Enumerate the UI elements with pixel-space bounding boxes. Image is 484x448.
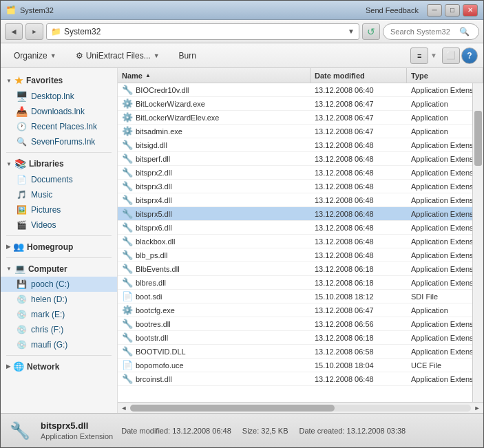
search-input[interactable]	[390, 28, 459, 36]
favorites-label: Favorites	[26, 76, 63, 85]
file-row[interactable]: 🔧bitsprx5.dll13.12.2008 06:48Application…	[118, 207, 472, 221]
help-button[interactable]: ?	[461, 47, 478, 64]
address-field[interactable]: 📁 System32 ▼	[46, 23, 359, 40]
sidebar-item-recent-places[interactable]: 🕐 Recent Places.lnk	[1, 119, 117, 134]
file-row[interactable]: 🔧bitsprx4.dll13.12.2008 06:48Application…	[118, 193, 472, 207]
refresh-button[interactable]: ↺	[362, 23, 380, 40]
file-type-icon: ⚙️	[122, 126, 133, 137]
network-collapse-icon: ▶	[6, 363, 10, 370]
send-feedback-link[interactable]: Send Feedback	[366, 6, 419, 14]
file-row[interactable]: 🔧blb_ps.dll13.12.2008 06:48Application E…	[118, 248, 472, 262]
file-row[interactable]: ⚙️BitLockerWizardElev.exe13.12.2008 06:4…	[118, 111, 472, 125]
file-name-label: boot.sdi	[136, 292, 162, 301]
file-cell-type: Application Extens.	[407, 169, 472, 177]
hscroll-right-arrow[interactable]: ►	[472, 403, 482, 413]
file-cell-type: Application Extens.	[407, 375, 472, 383]
file-cell-type: SDI File	[407, 292, 472, 301]
file-row[interactable]: 🔧BlbEvents.dll13.12.2008 06:18Applicatio…	[118, 262, 472, 276]
view-toggle-button[interactable]: ≡	[410, 47, 428, 64]
horizontal-scrollbar[interactable]: ◄ ►	[118, 402, 483, 413]
file-row[interactable]: 🔧bitsprx3.dll13.12.2008 06:48Application…	[118, 180, 472, 193]
homegroup-label: Homegroup	[27, 242, 73, 252]
libraries-label: Libraries	[29, 159, 64, 169]
address-dropdown-arrow[interactable]: ▼	[348, 28, 355, 35]
minimize-button[interactable]: ─	[427, 4, 442, 17]
hscroll-track	[130, 405, 471, 412]
forward-button[interactable]: ►	[25, 23, 43, 40]
network-label: Network	[27, 362, 59, 372]
homegroup-section: ▶ 👥 Homegroup	[1, 239, 117, 255]
file-cell-name: ⚙️BitLockerWizardElev.exe	[118, 112, 311, 123]
file-row[interactable]: 🔧brcoinst.dll13.12.2008 06:48Application…	[118, 372, 472, 386]
file-row[interactable]: 🔧blbres.dll13.12.2008 06:18Application E…	[118, 276, 472, 290]
header-date[interactable]: Date modified	[311, 68, 407, 83]
file-row[interactable]: 🔧bitsprx2.dll13.12.2008 06:48Application…	[118, 166, 472, 180]
hscroll-thumb[interactable]	[130, 405, 335, 412]
file-row[interactable]: 🔧bitsprx6.dll13.12.2008 06:48Application…	[118, 221, 472, 235]
file-row[interactable]: 🔧bitsperf.dll13.12.2008 06:48Application…	[118, 152, 472, 166]
file-cell-date: 13.12.2008 06:48	[311, 251, 407, 259]
sidebar-item-pooch[interactable]: 💾 pooch (C:)	[1, 277, 117, 292]
status-bar: 🔧 bitsprx5.dll Application Extension Dat…	[1, 413, 483, 447]
sidebar-item-videos[interactable]: 🎬 Videos	[1, 217, 117, 233]
hscroll-left-arrow[interactable]: ◄	[119, 403, 129, 413]
drive-g-icon: 💿	[16, 339, 27, 350]
file-row[interactable]: 🔧blackbox.dll13.12.2008 06:48Application…	[118, 235, 472, 248]
file-row[interactable]: ⚙️bootcfg.exe13.12.2008 06:47Application	[118, 303, 472, 317]
sidebar-item-documents[interactable]: 📄 Documents	[1, 172, 117, 187]
computer-header[interactable]: ▼ 💻 Computer	[1, 261, 117, 277]
file-cell-date: 13.12.2008 06:18	[311, 279, 407, 287]
file-row[interactable]: ⚙️bitsadmin.exe13.12.2008 06:47Applicati…	[118, 125, 472, 138]
sidebar-item-helen[interactable]: 💿 helen (D:)	[1, 292, 117, 307]
sidebar-item-downloads[interactable]: 📥 Downloads.lnk	[1, 104, 117, 119]
maximize-button[interactable]: □	[445, 4, 460, 17]
file-row[interactable]: ⚙️BitLockerWizard.exe13.12.2008 06:47App…	[118, 97, 472, 111]
view-dropdown-arrow[interactable]: ▼	[430, 52, 437, 59]
file-row[interactable]: 📄bopomofo.uce15.10.2008 18:04UCE File	[118, 359, 472, 372]
downloads-icon: 📥	[16, 106, 27, 117]
status-file-icon: 🔧	[8, 418, 32, 443]
computer-section: ▼ 💻 Computer 💾 pooch (C:) 💿 helen (D:) 💿…	[1, 261, 117, 352]
file-name-label: bitsprx6.dll	[136, 224, 172, 232]
preview-pane-button[interactable]: ⬜	[442, 47, 460, 64]
organize-button[interactable]: Organize ▼	[6, 46, 64, 65]
file-type-icon: ⚙️	[122, 98, 133, 109]
sidebar-item-desktop-label: Desktop.lnk	[31, 92, 74, 101]
sidebar-separator-2	[6, 235, 112, 236]
close-button[interactable]: ✕	[463, 4, 478, 17]
file-type-icon: 📄	[122, 291, 133, 302]
organize-chevron: ▼	[50, 52, 56, 59]
file-row[interactable]: 🔧bootstr.dll13.12.2008 06:18Application …	[118, 331, 472, 345]
file-cell-type: Application Extens.	[407, 86, 472, 94]
favorites-header[interactable]: ▼ ★ Favorites	[1, 72, 117, 89]
file-row[interactable]: 🔧BIOCredr10v.dll13.12.2008 06:40Applicat…	[118, 83, 472, 97]
file-row[interactable]: 📄boot.sdi15.10.2008 18:12SDI File	[118, 290, 472, 303]
file-row[interactable]: 🔧bootres.dll13.12.2008 06:56Application …	[118, 317, 472, 331]
sidebar-item-pictures[interactable]: 🖼️ Pictures	[1, 202, 117, 217]
file-type-icon: 🔧	[122, 374, 133, 385]
back-button[interactable]: ◄	[5, 23, 23, 40]
header-type[interactable]: Type	[407, 68, 483, 83]
file-cell-type: UCE File	[407, 361, 472, 370]
sidebar-item-chris[interactable]: 💿 chris (F:)	[1, 322, 117, 337]
file-type-icon: 🔧	[122, 277, 133, 288]
sidebar-item-desktop[interactable]: 🖥️ Desktop.lnk	[1, 89, 117, 104]
favorites-star-icon: ★	[14, 75, 23, 86]
sidebar-item-mark[interactable]: 💿 mark (E:)	[1, 307, 117, 322]
network-header[interactable]: ▶ 🌐 Network	[1, 359, 117, 374]
sidebar-item-maufi[interactable]: 💿 maufi (G:)	[1, 337, 117, 352]
uniextract-button[interactable]: ⚙ UniExtract Files... ▼	[68, 46, 167, 65]
homegroup-header[interactable]: ▶ 👥 Homegroup	[1, 239, 117, 255]
file-row[interactable]: 🔧bitsigd.dll13.12.2008 06:48Application …	[118, 138, 472, 152]
vertical-scrollbar[interactable]	[472, 83, 483, 402]
uniextract-label: UniExtract Files...	[86, 51, 151, 61]
burn-button[interactable]: Burn	[171, 46, 204, 65]
sidebar-item-music[interactable]: 🎵 Music	[1, 187, 117, 202]
header-name[interactable]: Name ▲	[118, 68, 311, 83]
sidebar-item-sevenforums[interactable]: 🔍 SevenForums.lnk	[1, 134, 117, 149]
title-bar-left: 🗂️ System32	[6, 6, 54, 14]
libraries-header[interactable]: ▼ 📚 Libraries	[1, 156, 117, 172]
scrollbar-thumb[interactable]	[474, 111, 482, 166]
file-row[interactable]: 🔧BOOTVID.DLL13.12.2008 06:58Application …	[118, 345, 472, 359]
file-cell-type: Application Extens.	[407, 196, 472, 204]
